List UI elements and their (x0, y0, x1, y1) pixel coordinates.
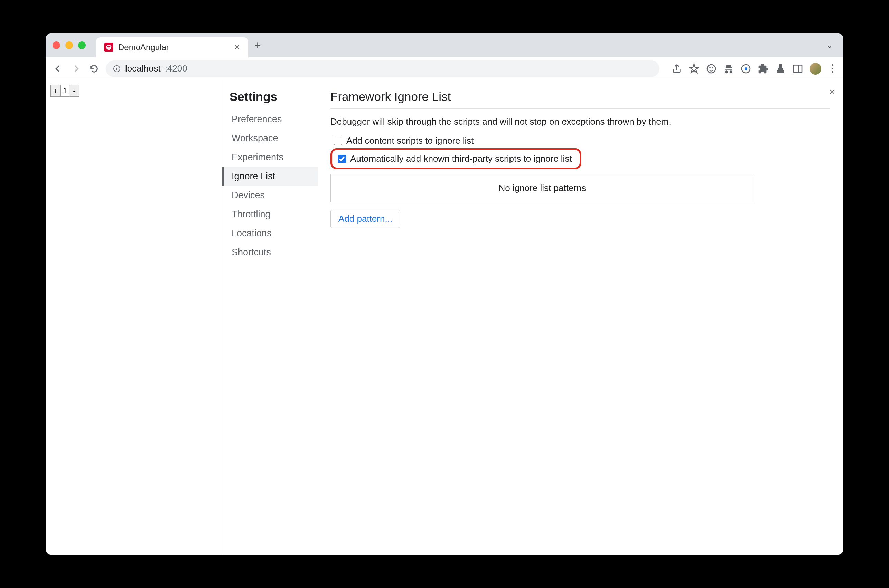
sidebar-item-ignore-list[interactable]: Ignore List (222, 167, 318, 186)
panel-description: Debugger will skip through the scripts a… (330, 116, 830, 127)
close-settings-button[interactable]: × (830, 86, 835, 98)
sidebar-item-devices[interactable]: Devices (222, 186, 318, 205)
svg-point-1 (707, 64, 715, 73)
close-window-button[interactable] (53, 42, 60, 49)
bookmark-star-icon[interactable] (689, 63, 700, 74)
page-content: + 1 - × Settings Preferences Workspace E… (46, 80, 843, 555)
sidebar-item-preferences[interactable]: Preferences (222, 110, 318, 129)
add-pattern-button[interactable]: Add pattern... (330, 210, 400, 228)
reload-button[interactable] (88, 63, 100, 75)
extension-icon-2[interactable] (740, 63, 751, 74)
increment-button[interactable]: + (51, 85, 61, 97)
minimize-window-button[interactable] (65, 42, 73, 49)
profile-avatar[interactable] (809, 63, 821, 75)
tab-title: DemoAngular (118, 42, 169, 52)
ignore-patterns-list: No ignore list patterns (330, 174, 754, 202)
panel-heading: Framework Ignore List (330, 90, 830, 109)
svg-point-5 (745, 68, 747, 70)
content-scripts-checkbox[interactable] (334, 137, 342, 145)
counter-widget: + 1 - (51, 85, 217, 97)
browser-menu-button[interactable] (827, 64, 837, 73)
new-tab-button[interactable]: + (254, 39, 261, 52)
tabs-dropdown-icon[interactable]: ⌄ (826, 40, 833, 50)
content-scripts-label: Add content scripts to ignore list (346, 135, 474, 146)
close-tab-button[interactable]: × (234, 42, 240, 53)
sidebar-item-experiments[interactable]: Experiments (222, 148, 318, 167)
url-port: :4200 (165, 63, 187, 74)
tab-bar: DemoAngular × + ⌄ (46, 33, 843, 57)
counter-value: 1 (61, 85, 69, 97)
sidebar-item-shortcuts[interactable]: Shortcuts (222, 243, 318, 262)
url-host: localhost (125, 63, 161, 74)
address-bar: localhost:4200 (46, 57, 843, 80)
incognito-icon[interactable] (723, 63, 734, 74)
angular-icon (104, 43, 113, 52)
sidebar-item-throttling[interactable]: Throttling (222, 205, 318, 224)
window-controls (53, 42, 86, 49)
third-party-checkbox[interactable] (338, 155, 346, 163)
highlighted-option: Automatically add known third-party scri… (330, 148, 581, 169)
third-party-checkbox-row[interactable]: Automatically add known third-party scri… (334, 152, 575, 166)
svg-point-3 (712, 67, 713, 68)
settings-sidebar: Settings Preferences Workspace Experimen… (222, 80, 318, 555)
extensions-puzzle-icon[interactable] (758, 63, 769, 74)
svg-rect-6 (794, 65, 802, 72)
share-icon[interactable] (671, 63, 682, 74)
svg-point-2 (709, 67, 711, 68)
toolbar-right (671, 63, 837, 75)
settings-main: Framework Ignore List Debugger will skip… (318, 80, 843, 555)
decrement-button[interactable]: - (69, 85, 80, 97)
browser-tab[interactable]: DemoAngular × (96, 37, 248, 57)
forward-button[interactable] (70, 63, 82, 75)
browser-window: DemoAngular × + ⌄ localhost:4200 (46, 33, 843, 555)
extension-icon-1[interactable] (706, 63, 717, 74)
third-party-label: Automatically add known third-party scri… (350, 153, 572, 164)
labs-flask-icon[interactable] (775, 63, 786, 74)
app-panel: + 1 - (46, 80, 222, 555)
sidebar-item-workspace[interactable]: Workspace (222, 129, 318, 148)
content-scripts-checkbox-row[interactable]: Add content scripts to ignore list (330, 134, 830, 148)
settings-title: Settings (230, 90, 318, 104)
url-input[interactable]: localhost:4200 (106, 60, 659, 77)
sidebar-item-locations[interactable]: Locations (222, 224, 318, 243)
devtools-settings: × Settings Preferences Workspace Experim… (222, 80, 843, 555)
info-icon (113, 64, 121, 73)
back-button[interactable] (52, 63, 64, 75)
maximize-window-button[interactable] (78, 42, 86, 49)
side-panel-icon[interactable] (792, 63, 803, 74)
